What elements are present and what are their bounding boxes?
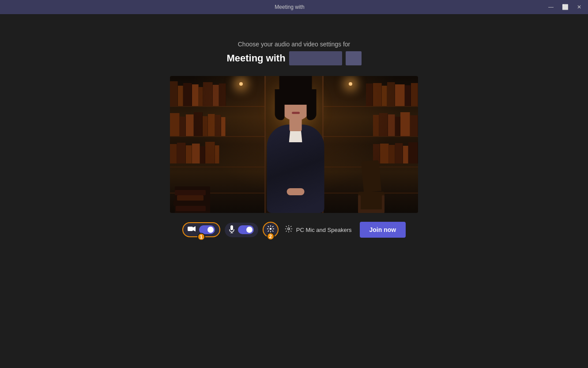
video-background: [170, 76, 418, 213]
audio-label: PC Mic and Speakers: [296, 227, 352, 233]
svg-rect-2: [230, 225, 233, 230]
person-hair-left: [275, 89, 285, 120]
meeting-name-redacted: [289, 51, 342, 65]
join-now-button[interactable]: Join now: [360, 222, 406, 238]
svg-marker-1: [193, 226, 196, 231]
svg-point-6: [288, 228, 290, 230]
titlebar-controls: — ⬜ ✕: [547, 4, 583, 10]
close-button[interactable]: ✕: [576, 4, 583, 10]
camera-icon: [188, 226, 196, 234]
mic-toggle[interactable]: [238, 225, 254, 234]
floor-books-left: [175, 186, 210, 213]
titlebar-title: Meeting with: [32, 4, 547, 10]
controls-bar: 1: [182, 222, 406, 238]
effects-button[interactable]: 2: [263, 222, 279, 238]
titlebar: Meeting with — ⬜ ✕: [0, 0, 588, 14]
effects-badge: 2: [267, 232, 275, 240]
video-badge: 1: [197, 233, 205, 241]
person-hands: [287, 188, 305, 195]
person: [256, 89, 335, 213]
gear-icon[interactable]: [285, 225, 293, 235]
main-content: Choose your audio and video settings for…: [0, 14, 588, 368]
audio-section: PC Mic and Speakers: [285, 225, 352, 235]
meeting-title-label: Meeting with: [226, 53, 285, 64]
meeting-name-extra: [346, 51, 362, 65]
meeting-title-row: Meeting with: [226, 51, 361, 65]
svg-point-5: [270, 228, 272, 230]
camera-control-group: 1: [182, 222, 220, 237]
mic-icon: [229, 225, 234, 235]
settings-subtitle: Choose your audio and video settings for: [238, 41, 351, 48]
video-preview: [170, 76, 418, 213]
minimize-button[interactable]: —: [547, 4, 554, 10]
mic-control-group: [225, 223, 258, 237]
person-hair-right: [307, 89, 317, 120]
svg-rect-0: [188, 227, 193, 231]
restore-button[interactable]: ⬜: [562, 4, 569, 10]
chair: [349, 160, 393, 213]
